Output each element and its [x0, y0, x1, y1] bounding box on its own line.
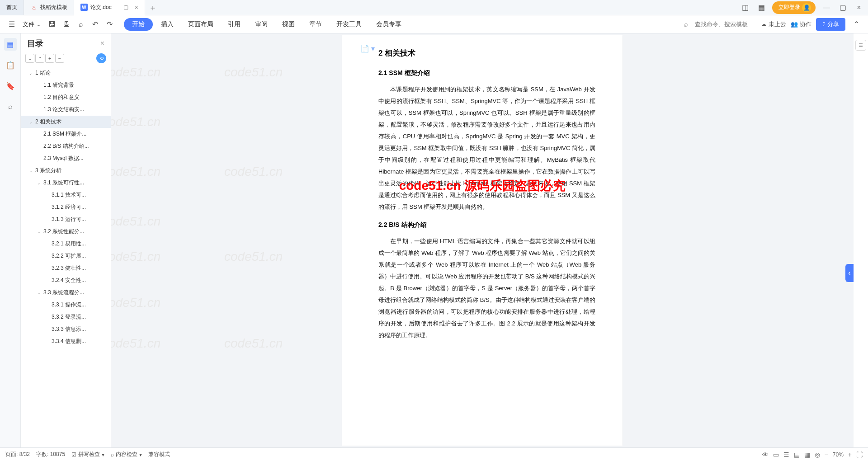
view-read-icon[interactable]: ▦: [804, 451, 810, 458]
outline-item[interactable]: 3.2.4 安全性...: [21, 274, 111, 287]
new-tab-button[interactable]: ＋: [145, 2, 160, 13]
search-icon[interactable]: ⌕: [684, 20, 689, 28]
login-button[interactable]: 立即登录 👤: [772, 1, 816, 14]
apps-icon[interactable]: ▦: [756, 2, 767, 13]
tab-home[interactable]: 首页: [0, 0, 24, 15]
share-button[interactable]: ⤴分享: [816, 18, 845, 31]
word-count[interactable]: 字数: 10875: [36, 451, 65, 458]
watermark-grey: code51.cn: [111, 249, 160, 264]
find-icon[interactable]: ⌕: [4, 100, 17, 113]
outline-item[interactable]: ⌄2 相关技术: [21, 116, 111, 128]
menu-tab-layout[interactable]: 页面布局: [182, 18, 220, 31]
outline-item[interactable]: 3.3.4 信息删...: [21, 335, 111, 348]
menu-tab-chapter[interactable]: 章节: [303, 18, 328, 31]
outline-item[interactable]: ⌄1 绪论: [21, 67, 111, 79]
menu-tab-reference[interactable]: 引用: [222, 18, 247, 31]
outline-item[interactable]: 3.2.1 易用性...: [21, 238, 111, 250]
remove-icon[interactable]: −: [55, 54, 64, 63]
menu-hamburger-icon[interactable]: ☰: [5, 18, 18, 31]
spell-check[interactable]: ☑拼写检查 ▾: [71, 451, 104, 458]
zoom-fit-icon[interactable]: ◎: [815, 451, 820, 458]
flame-icon: ♨: [30, 4, 38, 11]
page-marker-icon[interactable]: 📄 ▾: [360, 44, 375, 53]
heading-2b: 2.2 B/S 结构介绍: [378, 221, 595, 229]
add-icon[interactable]: +: [45, 54, 54, 63]
close-icon[interactable]: ×: [854, 2, 864, 13]
tab-close-icon[interactable]: ×: [135, 4, 138, 11]
layout-icon[interactable]: ◫: [740, 2, 750, 13]
zoom-in-icon[interactable]: +: [848, 451, 852, 458]
menu-tab-insert[interactable]: 插入: [155, 18, 180, 31]
view-outline-icon[interactable]: ☰: [783, 451, 789, 458]
view-page-icon[interactable]: ▭: [773, 451, 779, 458]
outline-close-icon[interactable]: ×: [100, 39, 104, 47]
menu-tab-start[interactable]: 开始: [124, 18, 153, 31]
outline-item[interactable]: ⌄3.3 系统流程分...: [21, 287, 111, 299]
outline-item[interactable]: 3.3.2 登录流...: [21, 311, 111, 323]
menu-tab-member[interactable]: 会员专享: [370, 18, 408, 31]
outline-item[interactable]: 2.2 B/S 结构介绍...: [21, 140, 111, 152]
outline-item[interactable]: 3.2.3 健壮性...: [21, 262, 111, 274]
maximize-icon[interactable]: ▢: [837, 2, 848, 13]
menu-tab-review[interactable]: 审阅: [249, 18, 274, 31]
watermark-grey: code51.cn: [224, 336, 283, 351]
outline-item[interactable]: 3.1.3 运行可...: [21, 213, 111, 226]
menu-tab-view[interactable]: 视图: [276, 18, 301, 31]
eye-icon[interactable]: 👁: [762, 451, 769, 458]
file-menu[interactable]: 文件 ⌄: [20, 20, 44, 28]
print-icon[interactable]: 🖶: [60, 18, 73, 31]
statusbar: 页面: 8/32 字数: 10875 ☑拼写检查 ▾ ⌕内容检查 ▾ 兼容模式 …: [0, 447, 868, 461]
outline-item[interactable]: 2.1 SSM 框架介...: [21, 128, 111, 140]
save-icon[interactable]: 🖫: [46, 18, 58, 31]
view-web-icon[interactable]: ▤: [794, 451, 800, 458]
page-indicator[interactable]: 页面: 8/32: [5, 451, 30, 458]
outline-item[interactable]: ⌄3 系统分析: [21, 165, 111, 177]
outline-item[interactable]: 1.3 论文结构安...: [21, 103, 111, 116]
preview-icon[interactable]: ⌕: [75, 18, 87, 31]
expand-panel-icon[interactable]: ≡: [855, 40, 866, 51]
outline-item[interactable]: 1.1 研究背景: [21, 79, 111, 91]
fullscreen-icon[interactable]: ⛶: [856, 451, 863, 458]
menu-tab-devtools[interactable]: 开发工具: [330, 18, 368, 31]
coop-button[interactable]: 👥协作: [791, 20, 811, 28]
avatar-icon: 👤: [802, 3, 811, 12]
side-expand-tab[interactable]: ‹: [845, 264, 854, 282]
collapse-all-icon[interactable]: ⌄: [25, 54, 34, 63]
share-icon: ⤴: [822, 21, 826, 28]
paragraph: 本课题程序开发使用到的框架技术，英文名称缩写是 SSM，在 JavaWeb 开发…: [378, 84, 595, 213]
outline-icon[interactable]: ▤: [4, 38, 17, 51]
outline-item[interactable]: 3.2.2 可扩展...: [21, 250, 111, 262]
outline-item[interactable]: 2.3 Mysql 数据...: [21, 152, 111, 165]
zoom-out-icon[interactable]: −: [825, 451, 828, 458]
outline-item[interactable]: 1.2 目的和意义: [21, 91, 111, 103]
outline-item[interactable]: ⌄3.1 系统可行性...: [21, 177, 111, 189]
zoom-level[interactable]: 70%: [833, 452, 844, 458]
undo-icon[interactable]: ↶: [89, 18, 102, 31]
outline-item[interactable]: 3.3.1 操作流...: [21, 299, 111, 311]
outline-item[interactable]: 3.1.1 技术可...: [21, 189, 111, 201]
document-page[interactable]: 📄 ▾ 2 相关技术 2.1 SSM 框架介绍 本课题程序开发使用到的框架技术，…: [342, 35, 623, 446]
watermark-grey: code51.cn: [111, 296, 160, 310]
search-input[interactable]: [693, 19, 756, 29]
expand-all-icon[interactable]: ⌃: [35, 54, 44, 63]
check-icon: ☑: [71, 452, 76, 458]
redo-icon[interactable]: ↷: [104, 18, 116, 31]
outline-panel: 目录 × ⌄ ⌃ + − ⟲ ⌄1 绪论1.1 研究背景1.2 目的和意义1.3…: [21, 33, 111, 447]
outline-item[interactable]: ⌄3.2 系统性能分...: [21, 226, 111, 238]
clipboard-icon[interactable]: 📋: [4, 59, 17, 71]
sync-icon[interactable]: ⟲: [96, 53, 106, 63]
bookmark-icon[interactable]: 🔖: [4, 80, 17, 92]
cloud-status[interactable]: ☁未上云: [761, 20, 786, 28]
tab-templates[interactable]: ♨ 找稻壳模板: [24, 0, 74, 15]
document-area[interactable]: code51.cn code51.cn code51.cn code51.cn …: [111, 33, 854, 447]
minimize-icon[interactable]: —: [821, 2, 832, 13]
content-check[interactable]: ⌕内容检查 ▾: [111, 451, 142, 458]
collapse-ribbon-icon[interactable]: ⌃: [850, 18, 863, 31]
tab-document[interactable]: W 论文.doc ▢ ×: [74, 0, 145, 15]
watermark-grey: code51.cn: [111, 65, 160, 80]
right-panel-collapsed: ≡: [854, 33, 868, 447]
outline-item[interactable]: 3.1.2 经济可...: [21, 201, 111, 213]
compat-mode[interactable]: 兼容模式: [148, 451, 170, 458]
outline-item[interactable]: 3.3.3 信息添...: [21, 323, 111, 335]
tab-window-icon[interactable]: ▢: [123, 4, 128, 10]
